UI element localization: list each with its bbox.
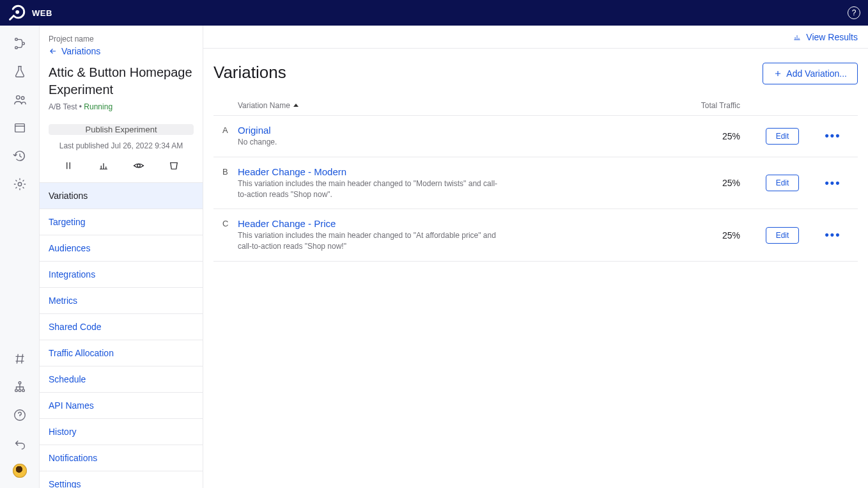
nav-integrations[interactable]: Integrations bbox=[40, 262, 203, 288]
nav-schedule[interactable]: Schedule bbox=[40, 366, 203, 393]
settings-icon[interactable] bbox=[12, 177, 27, 192]
action-toolbar bbox=[40, 158, 203, 182]
view-results-link[interactable]: View Results bbox=[792, 32, 858, 42]
eye-icon[interactable] bbox=[129, 158, 148, 173]
edit-button[interactable]: Edit bbox=[766, 128, 799, 145]
variation-name-link[interactable]: Header Change - Modern bbox=[238, 166, 670, 177]
icon-rail bbox=[0, 26, 40, 488]
side-panel: Project name Variations Attic & Button H… bbox=[40, 26, 203, 488]
brand-text: WEB bbox=[32, 8, 52, 18]
publish-button[interactable]: Publish Experiment bbox=[49, 124, 194, 135]
table-row: B Header Change - Modern This variation … bbox=[213, 157, 858, 210]
more-icon[interactable]: ••• bbox=[817, 129, 849, 143]
nav-metrics[interactable]: Metrics bbox=[40, 288, 203, 314]
hash-icon[interactable] bbox=[12, 351, 27, 366]
page-title: Variations bbox=[213, 63, 286, 83]
svg-point-11 bbox=[22, 390, 24, 392]
flow-icon[interactable] bbox=[12, 36, 27, 51]
col-total-traffic[interactable]: Total Traffic bbox=[683, 101, 766, 110]
window-icon[interactable] bbox=[12, 120, 27, 136]
brand-logo-icon bbox=[8, 4, 26, 22]
content-topbar: View Results bbox=[203, 26, 868, 49]
variation-name-link[interactable]: Original bbox=[238, 125, 670, 136]
sidebar-nav: Variations Targeting Audiences Integrati… bbox=[40, 182, 203, 488]
project-label: Project name bbox=[49, 35, 194, 43]
svg-point-7 bbox=[18, 182, 22, 186]
nav-api-names[interactable]: API Names bbox=[40, 393, 203, 419]
col-variation-name[interactable]: Variation Name bbox=[238, 101, 683, 110]
edit-button[interactable]: Edit bbox=[766, 175, 799, 191]
nav-audiences[interactable]: Audiences bbox=[40, 235, 203, 262]
history-icon[interactable] bbox=[12, 148, 27, 164]
users-icon[interactable] bbox=[12, 92, 27, 107]
traffic-value: 25% bbox=[683, 131, 766, 141]
svg-point-1 bbox=[15, 38, 17, 41]
bar-chart-icon bbox=[792, 33, 802, 42]
flask-icon[interactable] bbox=[12, 64, 27, 79]
svg-point-2 bbox=[15, 47, 17, 49]
last-published-text: Last published Jul 26, 2022 9:34 AM bbox=[40, 139, 203, 158]
sort-asc-icon bbox=[293, 102, 299, 109]
table-row: A Original No change. 25% Edit ••• bbox=[213, 116, 858, 157]
nav-shared-code[interactable]: Shared Code bbox=[40, 314, 203, 340]
more-icon[interactable]: ••• bbox=[817, 228, 849, 242]
variation-letter: A bbox=[222, 125, 238, 135]
svg-point-0 bbox=[15, 10, 19, 14]
archive-icon[interactable] bbox=[164, 158, 183, 173]
svg-point-5 bbox=[21, 97, 24, 100]
arrow-left-icon bbox=[49, 47, 58, 56]
content-area: View Results Variations Add Variation...… bbox=[203, 26, 868, 488]
nav-notifications[interactable]: Notifications bbox=[40, 445, 203, 471]
table-header: Variation Name Total Traffic bbox=[213, 96, 858, 116]
svg-point-10 bbox=[19, 390, 21, 392]
avatar[interactable] bbox=[13, 464, 27, 478]
nav-variations[interactable]: Variations bbox=[40, 183, 203, 209]
variation-description: This variation includes the main header … bbox=[238, 230, 506, 252]
edit-button[interactable]: Edit bbox=[766, 227, 799, 244]
variation-description: This variation includes the main header … bbox=[238, 178, 506, 200]
sitemap-icon[interactable] bbox=[12, 379, 27, 395]
svg-point-13 bbox=[137, 164, 141, 168]
experiment-meta: A/B Test • Running bbox=[49, 102, 194, 111]
more-icon[interactable]: ••• bbox=[817, 177, 849, 190]
svg-point-3 bbox=[22, 42, 24, 45]
nav-settings[interactable]: Settings bbox=[40, 471, 203, 488]
variation-letter: B bbox=[222, 166, 238, 177]
traffic-value: 25% bbox=[683, 178, 766, 188]
help-rail-icon[interactable] bbox=[12, 407, 27, 423]
undo-icon[interactable] bbox=[12, 436, 27, 451]
variation-description: No change. bbox=[238, 137, 506, 148]
status-badge: Running bbox=[84, 102, 112, 111]
nav-traffic-allocation[interactable]: Traffic Allocation bbox=[40, 340, 203, 366]
bar-chart-icon[interactable] bbox=[94, 158, 113, 173]
plus-icon bbox=[773, 69, 782, 78]
back-variations-link[interactable]: Variations bbox=[49, 46, 194, 56]
variation-name-link[interactable]: Header Change - Price bbox=[238, 218, 670, 229]
svg-rect-6 bbox=[15, 124, 24, 132]
svg-point-8 bbox=[19, 382, 21, 384]
variations-table: Variation Name Total Traffic A Original … bbox=[213, 96, 858, 262]
add-variation-button[interactable]: Add Variation... bbox=[763, 63, 858, 84]
nav-targeting[interactable]: Targeting bbox=[40, 209, 203, 235]
topbar: WEB ? bbox=[0, 0, 868, 26]
table-row: C Header Change - Price This variation i… bbox=[213, 209, 858, 262]
help-icon[interactable]: ? bbox=[848, 6, 860, 19]
experiment-title: Attic & Button Homepage Experiment bbox=[49, 64, 194, 98]
variation-letter: C bbox=[222, 218, 238, 228]
svg-point-9 bbox=[15, 390, 17, 392]
svg-point-4 bbox=[16, 96, 20, 100]
traffic-value: 25% bbox=[683, 230, 766, 240]
nav-history[interactable]: History bbox=[40, 419, 203, 445]
pause-icon[interactable] bbox=[59, 158, 78, 173]
